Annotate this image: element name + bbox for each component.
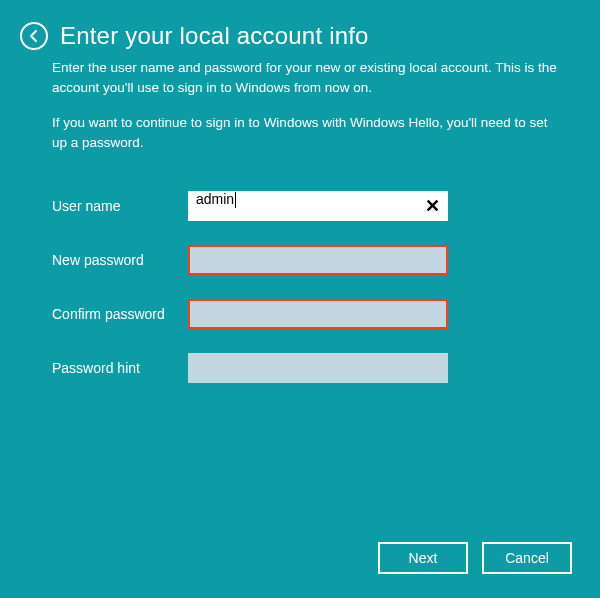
account-form: User name admin ✕ New password Confirm p…	[0, 167, 600, 383]
back-button[interactable]	[20, 22, 48, 50]
new-password-input[interactable]	[188, 245, 448, 275]
clear-username-button[interactable]: ✕	[418, 191, 446, 221]
password-hint-label: Password hint	[52, 360, 188, 376]
page-title: Enter your local account info	[60, 22, 369, 50]
confirm-password-input[interactable]	[188, 299, 448, 329]
back-arrow-icon	[27, 29, 41, 43]
text-caret-icon	[235, 192, 236, 208]
password-hint-input[interactable]	[188, 353, 448, 383]
clear-icon: ✕	[425, 195, 440, 217]
username-input[interactable]: admin	[188, 191, 448, 221]
intro-paragraph-2: If you want to continue to sign in to Wi…	[52, 113, 560, 154]
intro-paragraph-1: Enter the user name and password for you…	[52, 58, 560, 99]
next-button[interactable]: Next	[378, 542, 468, 574]
username-label: User name	[52, 198, 188, 214]
cancel-button[interactable]: Cancel	[482, 542, 572, 574]
confirm-password-label: Confirm password	[52, 306, 188, 322]
username-value: admin	[196, 191, 234, 207]
new-password-label: New password	[52, 252, 188, 268]
